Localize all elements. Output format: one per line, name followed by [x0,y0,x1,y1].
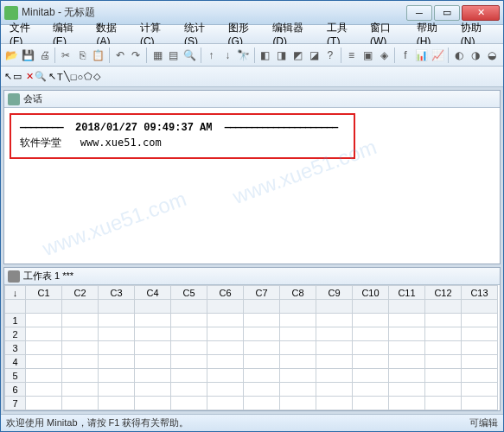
cell[interactable] [280,410,316,411]
cell[interactable] [62,314,99,327]
cell[interactable] [280,383,316,397]
cell[interactable] [207,314,244,327]
col-header[interactable]: C8 [280,286,316,300]
tool-icon[interactable]: ▭ [13,71,22,82]
cell[interactable] [26,314,62,327]
zoom-icon[interactable]: 🔍 [35,71,47,82]
save-icon[interactable]: 💾 [21,47,36,64]
copy-icon[interactable]: ⎘ [74,47,90,64]
cell[interactable] [280,327,316,341]
cell[interactable] [207,397,244,410]
cell[interactable] [135,410,171,411]
cell[interactable] [244,327,280,341]
cell[interactable] [389,369,425,383]
col-name[interactable] [135,300,171,314]
col-name[interactable] [389,300,425,314]
cell[interactable] [280,369,316,383]
print-icon[interactable]: 🖨 [37,47,53,64]
cell[interactable] [316,410,353,411]
cell[interactable] [316,369,353,383]
row-header[interactable]: 7 [5,397,26,410]
cell[interactable] [353,410,389,411]
cell[interactable] [389,397,425,410]
worksheet-body[interactable]: ↓ C1 C2 C3 C4 C5 C6 C7 C8 C9 C10 C11 [4,285,500,410]
find-icon[interactable]: 🔍 [182,47,198,64]
row-header[interactable]: 3 [5,341,26,355]
cell[interactable] [425,355,462,369]
col-header[interactable]: C10 [353,286,389,300]
rect-icon[interactable]: □ [71,72,77,82]
tool-icon[interactable]: ◈ [376,47,392,64]
delete-icon[interactable]: ✕ [26,71,34,82]
cell[interactable] [425,314,462,327]
tool-icon[interactable]: ◧ [258,47,273,64]
corner-cell[interactable]: ↓ [5,286,26,300]
col-name[interactable] [62,300,99,314]
cell[interactable] [244,314,280,327]
cell[interactable] [171,314,207,327]
col-header[interactable]: C13 [462,286,498,300]
minimize-button[interactable]: ─ [406,5,432,21]
col-header[interactable]: C5 [171,286,207,300]
row-header[interactable]: 1 [5,314,26,327]
cell[interactable] [26,327,62,341]
tool-icon[interactable]: ◒ [484,47,500,64]
tool-icon[interactable]: ▣ [360,47,376,64]
col-header[interactable]: C7 [244,286,280,300]
cell[interactable] [462,410,498,411]
cell[interactable] [389,383,425,397]
col-header[interactable]: C2 [62,286,99,300]
cell[interactable] [207,410,244,411]
tool-icon[interactable]: ↓ [220,47,235,64]
cell[interactable] [171,327,207,341]
cell[interactable] [171,369,207,383]
pointer-icon[interactable]: ↖ [4,71,12,82]
cell[interactable] [353,383,389,397]
binoculars-icon[interactable]: 🔭 [236,47,252,64]
cell[interactable] [135,369,171,383]
cell[interactable] [171,383,207,397]
col-name[interactable] [353,300,389,314]
cell[interactable] [462,397,498,410]
paste-icon[interactable]: 📋 [91,47,106,64]
tool-icon[interactable]: ◐ [451,47,467,64]
cell[interactable] [62,369,99,383]
marker-icon[interactable]: ◇ [93,71,100,82]
cell[interactable] [171,410,207,411]
cell[interactable] [207,369,244,383]
row-header[interactable]: 8 [5,410,26,411]
col-header[interactable]: C1 [26,286,62,300]
col-name[interactable] [316,300,353,314]
cell[interactable] [244,383,280,397]
cell[interactable] [171,341,207,355]
cell[interactable] [389,314,425,327]
cell[interactable] [26,341,62,355]
tool-icon[interactable]: ◪ [306,47,322,64]
x-icon[interactable]: f [398,47,413,64]
cell[interactable] [462,383,498,397]
cell[interactable] [207,341,244,355]
row-header[interactable]: 5 [5,369,26,383]
cell[interactable] [135,383,171,397]
cell[interactable] [244,355,280,369]
cell[interactable] [99,341,135,355]
tool-icon[interactable]: ≡ [344,47,360,64]
cell[interactable] [99,369,135,383]
cell[interactable] [280,397,316,410]
chart-icon[interactable]: 📈 [431,47,446,64]
maximize-button[interactable]: ▭ [434,5,460,21]
cell[interactable] [99,327,135,341]
session-body[interactable]: ———————— 2018/01/27 09:49:37 AM ————————… [4,108,500,264]
col-name[interactable] [280,300,316,314]
cell[interactable] [425,383,462,397]
cut-icon[interactable]: ✂ [58,47,73,64]
cell[interactable] [207,355,244,369]
cell[interactable] [425,397,462,410]
worksheet-grid[interactable]: ↓ C1 C2 C3 C4 C5 C6 C7 C8 C9 C10 C11 [4,285,498,410]
col-name[interactable] [26,300,62,314]
cell[interactable] [171,355,207,369]
col-header[interactable]: C4 [135,286,171,300]
cell[interactable] [316,383,353,397]
row-header[interactable]: 4 [5,355,26,369]
undo-icon[interactable]: ↶ [112,47,128,64]
